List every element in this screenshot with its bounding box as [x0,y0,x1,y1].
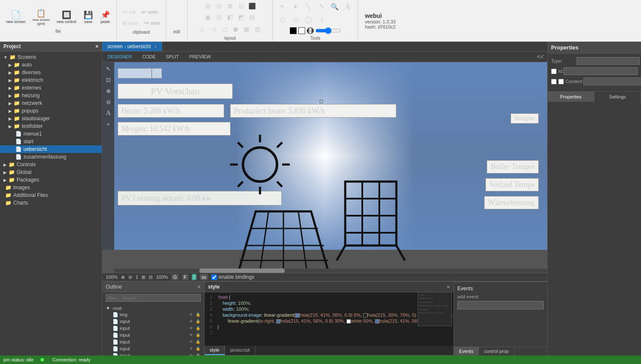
layout-btn-10[interactable]: ▤ [247,12,257,22]
canvas-select-btn[interactable]: ⊡ [104,75,113,84]
canvas-add-btn[interactable]: + [104,119,113,129]
tree-elektrisch[interactable]: ▶ 📁 elektrisch [0,76,102,84]
layout-btn-13[interactable]: ◻ [219,24,230,34]
canvas-text-btn[interactable]: A [104,108,113,118]
input4-eye-btn[interactable]: 👁 [188,339,194,345]
polygon-tool[interactable]: ⬡ [277,14,289,26]
ss-btn[interactable]: ss [200,274,208,280]
canvas[interactable]: ↖ ⊡ ⊕ ⊖ A + ▼ [102,62,547,250]
zoom-in-footer-btn[interactable]: ⊕ [121,274,125,280]
zoom-out-footer-btn[interactable]: ⊖ [128,274,132,280]
zoom-tool[interactable]: 🔍 [329,1,341,13]
tree-packages[interactable]: ▶ 📁 Packages [0,176,102,184]
settings-tab[interactable]: Settings [595,92,641,102]
line-tool[interactable]: ╲ [303,1,315,13]
canvas-zoom-in-btn[interactable]: ⊕ [104,86,113,95]
layout-btn-16[interactable]: ▥ [253,24,263,34]
outline-input-4[interactable]: 📄 input 👁 🔒 [102,338,204,345]
cursor-tool[interactable]: ↖ [277,1,289,13]
undo-button[interactable]: ↩ undo [139,7,161,17]
pencil-tool[interactable]: ✎ [316,1,328,13]
input5-eye-btn[interactable]: 👁 [188,346,194,352]
designer-canvas-button[interactable]: Designer [511,113,539,124]
type-input[interactable] [577,57,640,65]
layout-btn-3[interactable]: ⊠ [225,1,235,11]
opacity-slider[interactable] [315,27,341,34]
layout-btn-9[interactable]: ◩ [236,12,246,22]
events-tab[interactable]: Events [454,347,479,355]
gradient-swatch[interactable] [307,27,314,34]
save-button[interactable]: 💾 save [81,9,96,26]
text-tool[interactable]: A [342,1,354,13]
tree-screens[interactable]: ▼ 📁 Screens [0,53,102,61]
layout-btn-8[interactable]: ◧ [225,12,235,22]
f-btn[interactable]: F [182,274,188,280]
tree-externes[interactable]: ▶ 📁 externes [0,84,102,92]
style-tab-javascript[interactable]: javascript [225,346,255,355]
tree-auto[interactable]: ▶ 📁 auto [0,61,102,69]
tree-start[interactable]: 📄 start [0,138,102,145]
tree-staubsauger[interactable]: ▶ 📁 staubsauger [0,115,102,122]
new-control-button[interactable]: 🔲 new control [54,9,79,26]
tree-images[interactable]: 📁 Images [0,184,102,191]
redo-button[interactable]: ↪ redo [141,18,162,28]
layout-btn-12[interactable]: ◁ [208,24,219,34]
input2-eye-btn[interactable]: 👁 [188,325,194,331]
tree-netzwerk[interactable]: ▶ 📁 netzwerk [0,99,102,107]
input1-lock-btn[interactable]: 🔒 [195,318,201,324]
input2-lock-btn[interactable]: 🔒 [195,325,201,331]
copy-button[interactable]: ⧉ copy [120,18,141,28]
content-checkbox2[interactable] [558,79,564,84]
tree-additional-files[interactable]: 📁 Additional Files [0,191,102,199]
rect-tool[interactable]: ▭ [290,14,302,26]
style-tab-style[interactable]: style [205,346,225,355]
style-close-button[interactable]: × [447,283,450,290]
outline-root[interactable]: ▼ -root- [102,305,204,311]
outline-close-button[interactable]: × [197,283,201,290]
id-checkbox[interactable] [551,69,557,74]
g-btn[interactable]: G [171,274,179,280]
paste-button[interactable]: 📌 paste [98,9,113,26]
layout-btn-6[interactable]: ▣ [203,12,213,22]
tree-popups[interactable]: ▶ 📁 popups [0,107,102,115]
bindings-checkbox-input[interactable] [211,274,217,280]
tree-uebersicht[interactable]: 📄 uebersicht [0,145,102,153]
cursor2-tool[interactable]: 𝐼 [316,14,328,26]
tree-testfolder[interactable]: ▶ 📁 testfolder [0,122,102,130]
tree-diverses[interactable]: ▶ 📁 diverses [0,69,102,76]
outline-input-5[interactable]: 📄 input 👁 🔒 [102,345,204,352]
new-screen-button[interactable]: 📄 new screen [3,9,28,26]
i-btn[interactable]: I [192,274,196,280]
input1-eye-btn[interactable]: 👁 [188,318,194,324]
enable-bindings-checkbox[interactable]: enable bindings [211,274,254,280]
input6-eye-btn[interactable]: 👁 [188,352,194,355]
input5-lock-btn[interactable]: 🔒 [195,346,201,352]
tree-zusammenfassung[interactable]: 📄 zusammenfassung [0,153,102,161]
input6-lock-btn[interactable]: 🔒 [195,352,201,355]
collapse-button[interactable]: << [537,53,544,60]
tab-uebersicht[interactable]: screen - uebersicht × [102,42,162,51]
img-lock-btn[interactable]: 🔒 [195,312,201,318]
zoom-100[interactable]: 100% [156,274,168,280]
tree-controls[interactable]: ▶ 📁 Controls [0,161,102,168]
canvas-zoom-out-btn[interactable]: ⊖ [104,97,113,107]
img-eye-btn[interactable]: 👁 [188,312,194,318]
tab-close-button[interactable]: × [154,44,157,49]
preview-mode-button[interactable]: PREVIEW [188,53,213,60]
wand-tool[interactable]: ✦ [290,1,302,13]
project-close-button[interactable]: × [95,43,98,49]
layout-btn-14[interactable]: ◼ [231,24,241,34]
fg-color-swatch[interactable] [290,27,297,34]
control-prop-tab[interactable]: control prop [479,347,514,355]
layout-btn-1[interactable]: ⊞ [203,1,213,11]
outline-input-1[interactable]: 📄 input 👁 🔒 [102,318,204,325]
layout-btn-5[interactable]: ⬛ [247,1,257,11]
input3-lock-btn[interactable]: 🔒 [195,332,201,338]
id-input[interactable] [563,67,638,75]
layout-btn-15[interactable]: ▦ [242,24,252,34]
designer-mode-button[interactable]: DESIGNER [106,53,133,60]
input3-eye-btn[interactable]: 👁 [188,332,194,338]
canvas-horizontal-scrollbar[interactable] [114,269,547,273]
bg-color-swatch[interactable] [298,27,305,34]
outline-search-input[interactable] [106,294,201,302]
